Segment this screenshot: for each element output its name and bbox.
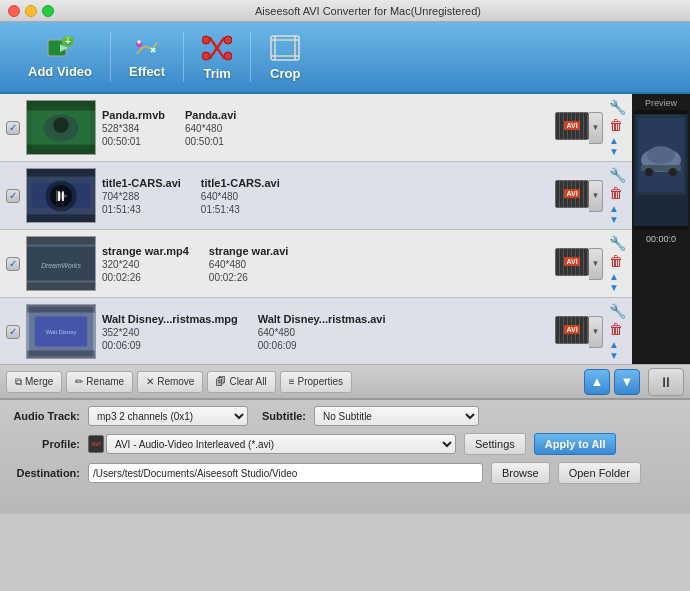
maximize-button[interactable] xyxy=(42,5,54,17)
svg-point-46 xyxy=(669,168,677,176)
file-thumbnail-4: Walt Disney xyxy=(26,304,96,359)
destination-label: Destination: xyxy=(10,467,80,479)
properties-icon: ≡ xyxy=(289,376,295,387)
minimize-button[interactable] xyxy=(25,5,37,17)
file-item: ✓ Panda.rmvb 528*384 00:50:01 xyxy=(0,94,632,162)
trim-icon xyxy=(202,34,232,62)
add-video-button[interactable]: + Add Video xyxy=(10,28,110,87)
preview-label: Preview xyxy=(645,98,677,108)
subtitle-select[interactable]: No Subtitle xyxy=(314,406,479,426)
file-outdim-1: 640*480 xyxy=(185,123,236,134)
delete-icon-4[interactable]: 🗑 xyxy=(609,321,626,337)
file-checkbox-3[interactable]: ✓ xyxy=(6,257,20,271)
arrow-down-2[interactable]: ▼ xyxy=(609,214,626,225)
settings-button[interactable]: Settings xyxy=(464,433,526,455)
pause-convert-button[interactable]: ⏸ xyxy=(648,368,684,396)
file-thumbnail-1 xyxy=(26,100,96,155)
profile-row: Profile: AVI AVI - Audio-Video Interleav… xyxy=(10,433,680,455)
svg-rect-48 xyxy=(634,226,688,230)
file-outdim-3: 640*480 xyxy=(209,259,289,270)
apply-to-all-button[interactable]: Apply to All xyxy=(534,433,617,455)
file-checkbox-1[interactable]: ✓ xyxy=(6,121,20,135)
wrench-icon-4[interactable]: 🔧 xyxy=(609,303,626,319)
svg-text:DreamWorks: DreamWorks xyxy=(41,262,81,269)
format-dropdown-4[interactable]: ▼ xyxy=(589,316,603,348)
trim-button[interactable]: Trim xyxy=(184,26,250,89)
file-dim-4: 352*240 xyxy=(102,327,238,338)
open-folder-button[interactable]: Open Folder xyxy=(558,462,641,484)
subtitle-label: Subtitle: xyxy=(262,410,306,422)
arrow-up-3[interactable]: ▲ xyxy=(609,271,626,282)
arrows-3: ▲ ▼ xyxy=(609,271,626,293)
browse-button[interactable]: Browse xyxy=(491,462,550,484)
svg-rect-31 xyxy=(27,237,95,245)
toolbar: + Add Video Effect xyxy=(0,22,690,94)
file-name-3: strange war.mp4 xyxy=(102,245,189,257)
arrows-1: ▲ ▼ xyxy=(609,135,626,157)
rename-icon: ✏ xyxy=(75,376,83,387)
preview-time: 00:00:0 xyxy=(646,234,676,244)
file-dur-4: 00:06:09 xyxy=(102,340,238,351)
crop-button[interactable]: Crop xyxy=(251,26,319,89)
merge-button[interactable]: ⧉ Merge xyxy=(6,371,62,393)
audio-subtitle-row: Audio Track: mp3 2 channels (0x1) Subtit… xyxy=(10,406,680,426)
file-checkbox-2[interactable]: ✓ xyxy=(6,189,20,203)
file-outdur-1: 00:50:01 xyxy=(185,136,236,147)
arrows-4: ▲ ▼ xyxy=(609,339,626,361)
arrow-up-2[interactable]: ▲ xyxy=(609,203,626,214)
file-actions-3: 🔧 🗑 ▲ ▼ xyxy=(609,235,626,293)
crop-icon xyxy=(269,34,301,62)
move-down-button[interactable]: ▼ xyxy=(614,369,640,395)
svg-rect-47 xyxy=(634,110,688,114)
arrow-down-1[interactable]: ▼ xyxy=(609,146,626,157)
svg-rect-21 xyxy=(27,145,95,155)
rename-button[interactable]: ✏ Rename xyxy=(66,371,133,393)
format-dropdown-2[interactable]: ▼ xyxy=(589,180,603,212)
file-name-2: title1-CARS.avi xyxy=(102,177,181,189)
svg-point-19 xyxy=(53,117,69,133)
close-button[interactable] xyxy=(8,5,20,17)
app-title: Aiseesoft AVI Converter for Mac(Unregist… xyxy=(54,5,682,17)
properties-button[interactable]: ≡ Properties xyxy=(280,371,352,393)
profile-icon: AVI xyxy=(88,435,104,453)
format-dropdown-1[interactable]: ▼ xyxy=(589,112,603,144)
wrench-icon-2[interactable]: 🔧 xyxy=(609,167,626,183)
format-box-1[interactable]: AVI ▼ xyxy=(555,112,603,144)
file-checkbox-4[interactable]: ✓ xyxy=(6,325,20,339)
remove-button[interactable]: ✕ Remove xyxy=(137,371,203,393)
arrow-down-4[interactable]: ▼ xyxy=(609,350,626,361)
svg-rect-38 xyxy=(27,350,95,358)
wrench-icon-1[interactable]: 🔧 xyxy=(609,99,626,115)
format-dropdown-3[interactable]: ▼ xyxy=(589,248,603,280)
audio-track-select[interactable]: mp3 2 channels (0x1) xyxy=(88,406,248,426)
format-box-3[interactable]: AVI ▼ xyxy=(555,248,603,280)
add-video-label: Add Video xyxy=(28,64,92,79)
file-info-3: strange war.mp4 320*240 00:02:26 strange… xyxy=(102,245,549,283)
format-box-2[interactable]: AVI ▼ xyxy=(555,180,603,212)
svg-text:Walt Disney: Walt Disney xyxy=(46,329,77,335)
delete-icon-2[interactable]: 🗑 xyxy=(609,185,626,201)
file-output-3: strange war.avi xyxy=(209,245,289,257)
destination-row: Destination: /Users/test/Documents/Aisee… xyxy=(10,462,680,484)
svg-rect-37 xyxy=(27,305,95,313)
clear-all-icon: 🗐 xyxy=(216,376,226,387)
effect-button[interactable]: Effect xyxy=(111,28,183,87)
file-dim-3: 320*240 xyxy=(102,259,189,270)
profile-select[interactable]: AVI - Audio-Video Interleaved (*.avi) xyxy=(106,434,456,454)
move-up-button[interactable]: ▲ xyxy=(584,369,610,395)
file-item-2: ✓ ⏸ title1-CARS.avi 704*288 01:51:43 xyxy=(0,162,632,230)
audio-track-label: Audio Track: xyxy=(10,410,80,422)
file-output-2: title1-CARS.avi xyxy=(201,177,280,189)
file-output-1: Panda.avi xyxy=(185,109,236,121)
wrench-icon-3[interactable]: 🔧 xyxy=(609,235,626,251)
arrow-up-4[interactable]: ▲ xyxy=(609,339,626,350)
delete-icon-1[interactable]: 🗑 xyxy=(609,117,626,133)
file-actions-4: 🔧 🗑 ▲ ▼ xyxy=(609,303,626,361)
file-dur-1: 00:50:01 xyxy=(102,136,165,147)
delete-icon-3[interactable]: 🗑 xyxy=(609,253,626,269)
arrow-up-1[interactable]: ▲ xyxy=(609,135,626,146)
destination-value: /Users/test/Documents/Aiseesoft Studio/V… xyxy=(93,468,297,479)
clear-all-button[interactable]: 🗐 Clear All xyxy=(207,371,275,393)
arrow-down-3[interactable]: ▼ xyxy=(609,282,626,293)
format-box-4[interactable]: AVI ▼ xyxy=(555,316,603,348)
